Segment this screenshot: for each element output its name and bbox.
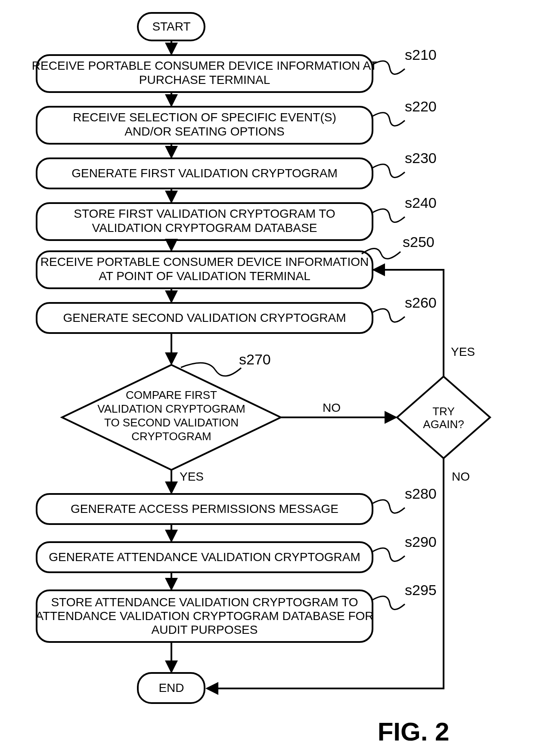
decision-s270: COMPARE FIRST VALIDATION CRYPTOGRAM TO S…: [62, 365, 281, 470]
step-s280: GENERATE ACCESS PERMISSIONS MESSAGE: [37, 494, 373, 524]
figure-label: FIG. 2: [378, 717, 450, 746]
svg-text:RECEIVE SELECTION OF SPECIFIC : RECEIVE SELECTION OF SPECIFIC EVENT(S): [73, 111, 336, 124]
ref-leader-s260: [373, 309, 405, 322]
start-terminator: START: [138, 13, 205, 40]
ref-leader-s295: [373, 596, 405, 610]
ref-label-s260: s260: [405, 294, 437, 311]
ref-leader-s290: [373, 548, 405, 562]
svg-text:PURCHASE TERMINAL: PURCHASE TERMINAL: [139, 73, 270, 86]
end-label: END: [158, 681, 184, 694]
svg-text:RECEIVE PORTABLE CONSUMER DEVI: RECEIVE PORTABLE CONSUMER DEVICE INFORMA…: [32, 59, 377, 72]
ref-label-s280: s280: [405, 485, 437, 502]
svg-text:CRYPTOGRAM: CRYPTOGRAM: [131, 430, 211, 443]
svg-text:STORE  FIRST VALIDATION CRYPTO: STORE FIRST VALIDATION CRYPTOGRAM TO: [74, 207, 335, 220]
step-s290: GENERATE ATTENDANCE VALIDATION CRYPTOGRA…: [37, 542, 373, 572]
step-s240: STORE FIRST VALIDATION CRYPTOGRAM TO VAL…: [37, 203, 373, 240]
ref-label-s290: s290: [405, 534, 437, 550]
flowchart-diagram: START RECEIVE PORTABLE CONSUMER DEVICE I…: [0, 0, 534, 756]
svg-text:GENERATE FIRST VALIDATION CRYP: GENERATE FIRST VALIDATION CRYPTOGRAM: [71, 167, 338, 180]
branch-no-tryagain: NO: [452, 470, 470, 483]
ref-leader-s220: [373, 113, 405, 126]
svg-text:VALIDATION CRYPTOGRAM: VALIDATION CRYPTOGRAM: [97, 402, 245, 415]
step-s260: GENERATE SECOND VALIDATION CRYPTOGRAM: [37, 303, 373, 333]
ref-label-s220: s220: [405, 98, 437, 114]
svg-text:GENERATE SECOND VALIDATION CRY: GENERATE SECOND VALIDATION CRYPTOGRAM: [63, 311, 346, 324]
end-terminator: END: [138, 673, 205, 703]
step-s210: RECEIVE PORTABLE CONSUMER DEVICE INFORMA…: [32, 55, 377, 92]
ref-leader-s240: [373, 209, 405, 222]
ref-label-s270: s270: [239, 351, 271, 367]
svg-text:AGAIN?: AGAIN?: [423, 418, 464, 431]
step-s250: RECEIVE PORTABLE CONSUMER DEVICE INFORMA…: [37, 251, 373, 288]
svg-text:TO SECOND VALIDATION: TO SECOND VALIDATION: [104, 416, 239, 429]
svg-text:AT POINT OF VALIDATION TERMINA: AT POINT OF VALIDATION TERMINAL: [99, 269, 310, 283]
ref-leader-s280: [373, 500, 405, 513]
ref-label-s240: s240: [405, 194, 437, 211]
branch-yes-s270: YES: [180, 470, 204, 483]
ref-label-s250: s250: [403, 234, 435, 250]
svg-text:AND/OR SEATING OPTIONS: AND/OR SEATING OPTIONS: [124, 125, 284, 138]
decision-try-again: TRY AGAIN?: [397, 376, 490, 458]
ref-leader-s230: [373, 164, 405, 178]
ref-label-s230: s230: [405, 150, 437, 166]
svg-text:TRY: TRY: [432, 405, 455, 418]
svg-text:COMPARE FIRST: COMPARE FIRST: [126, 389, 217, 401]
branch-yes-tryagain: YES: [451, 345, 475, 358]
step-s295: STORE ATTENDANCE VALIDATION CRYPTOGRAM T…: [35, 590, 373, 642]
svg-text:ATTENDANCE VALIDATION CRYPTOGR: ATTENDANCE VALIDATION CRYPTOGRAM DATABAS…: [35, 609, 373, 623]
ref-label-s295: s295: [405, 582, 437, 598]
svg-text:GENERATE ACCESS PERMISSIONS ME: GENERATE ACCESS PERMISSIONS MESSAGE: [71, 502, 338, 515]
step-s230: GENERATE FIRST VALIDATION CRYPTOGRAM: [37, 158, 373, 188]
ref-leader-s210: [373, 61, 405, 74]
svg-text:GENERATE ATTENDANCE VALIDATION: GENERATE ATTENDANCE VALIDATION CRYPTOGRA…: [49, 550, 360, 564]
svg-text:RECEIVE PORTABLE CONSUMER DEVI: RECEIVE PORTABLE CONSUMER DEVICE INFORMA…: [40, 255, 369, 268]
start-label: START: [152, 20, 190, 33]
ref-label-s210: s210: [405, 46, 437, 63]
svg-text:STORE ATTENDANCE VALIDATION CR: STORE ATTENDANCE VALIDATION CRYPTOGRAM T…: [51, 596, 358, 609]
svg-text:AUDIT PURPOSES: AUDIT PURPOSES: [152, 623, 258, 636]
step-s220: RECEIVE SELECTION OF SPECIFIC EVENT(S) A…: [37, 107, 373, 144]
branch-no-s270: NO: [323, 401, 341, 414]
svg-text:VALIDATION CRYPTOGRAM DATABASE: VALIDATION CRYPTOGRAM DATABASE: [92, 221, 317, 235]
